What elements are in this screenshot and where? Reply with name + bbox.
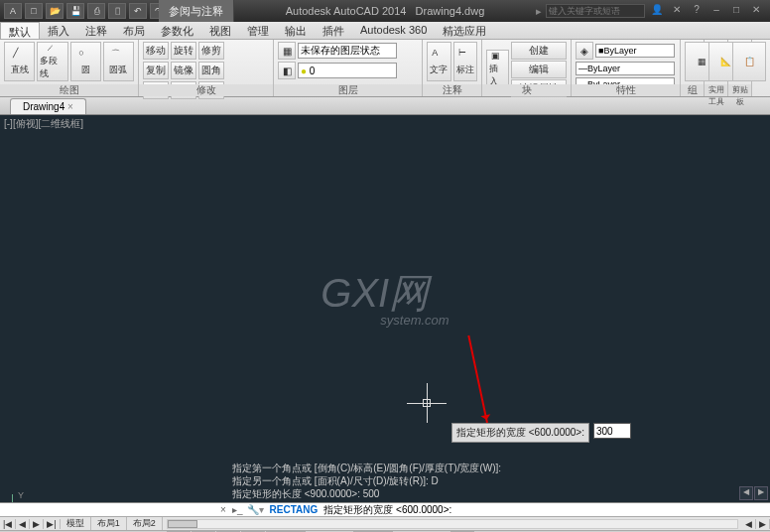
trim-button[interactable]: 修剪 [198,42,224,60]
move-button[interactable]: 移动 [143,42,169,60]
open-icon[interactable]: 📂 [46,3,64,19]
nav-buttons: ◀ ▶ [739,486,768,500]
tab-annotate[interactable]: 注释 [77,22,115,39]
close-icon[interactable]: ✕ [748,4,764,18]
tab-default[interactable]: 默认 [0,22,40,39]
tab-parametric[interactable]: 参数化 [153,22,201,39]
info-icon[interactable]: ▸ [536,5,542,18]
tab-plugins[interactable]: 插件 [315,22,352,39]
layout-first-icon[interactable]: |◀ [0,519,16,529]
maximize-icon[interactable]: □ [728,4,744,18]
hscroll-track[interactable] [167,519,738,529]
saveas-icon[interactable]: ⎙ [87,3,105,19]
layout-next-icon[interactable]: ▶ [30,519,44,529]
nav-right-icon[interactable]: ▶ [754,486,768,500]
tab-manage[interactable]: 管理 [239,22,277,39]
copy-button[interactable]: 复制 [143,62,169,79]
history-line: 指定另一个角点或 [面积(A)/尺寸(D)/旋转(R)]: D [232,474,501,487]
panel-properties: ◈■ ByLayer — ByLayer — ByLayer 特性 [572,40,681,96]
panel-label[interactable]: 块 [482,84,571,96]
btn-label: 修剪 [201,44,221,58]
panel-block: ▣插入 创建 编辑 编辑属性 块 [482,40,572,96]
line-button[interactable]: ╱直线 [4,42,35,81]
btn-label: 创建 [529,44,549,58]
new-icon[interactable]: □ [25,3,43,19]
watermark: GXI网 system.com [321,266,449,328]
panel-label[interactable]: 注释 [423,84,481,96]
command-line[interactable]: × ▸_ 🔧▾ RECTANG 指定矩形的宽度 <600.0000>: [0,502,770,516]
layout-tabs: |◀ ◀ ▶ ▶| 模型 布局1 布局2 ◀ ▶ [0,516,770,530]
command-history: 指定第一个角点或 [倒角(C)/标高(E)/圆角(F)/厚度(T)/宽度(W)]… [232,462,501,500]
panel-label[interactable]: 绘图 [0,84,138,96]
close-tab-icon[interactable]: × [67,101,73,112]
file-tabs: Drawing4 × [0,97,770,115]
panel-label[interactable]: 实用工具 [705,84,727,96]
app-menu-button[interactable]: A [4,3,22,19]
layout-prev-icon[interactable]: ◀ [16,519,30,529]
ucs-y-label: Y [18,490,24,500]
layer-icon[interactable]: ▦ [278,42,296,60]
help-icon[interactable]: ? [689,4,705,18]
model-tab[interactable]: 模型 [61,517,91,530]
layout-last-icon[interactable]: ▶| [44,519,60,529]
exchange-icon[interactable]: ✕ [669,4,685,18]
create-block-button[interactable]: 创建 [511,42,567,60]
rotate-button[interactable]: 旋转 [171,42,196,60]
lineweight-combo[interactable]: — ByLayer [576,62,675,75]
color-combo[interactable]: ■ ByLayer [595,44,675,58]
arc-icon: ⌒ [111,48,125,62]
tab-view[interactable]: 视图 [201,22,239,39]
insert-button[interactable]: ▣插入 [486,50,509,89]
tab-insert[interactable]: 插入 [40,22,77,39]
layer-state-combo[interactable]: 未保存的图层状态 [298,43,397,59]
btn-label: 复制 [146,64,166,77]
signin-icon[interactable]: 👤 [649,4,665,18]
tab-a360[interactable]: Autodesk 360 [352,22,435,39]
viewport-label[interactable]: [-][俯视][二维线框] [4,117,83,131]
panel-modify: 移动 旋转 修剪 复制 镜像 圆角 拉伸 缩放 阵列 修改 [139,40,274,96]
tab-layout[interactable]: 布局 [115,22,153,39]
hscroll-thumb[interactable] [168,520,197,528]
save-icon[interactable]: 💾 [66,3,84,19]
plot-icon[interactable]: ⌷ [108,3,126,19]
fillet-button[interactable]: 圆角 [198,62,224,79]
cmdline-chevron-icon: 🔧▾ [247,504,264,515]
dimension-button[interactable]: ⊢标注 [453,42,478,81]
panel-label[interactable]: 组 [681,84,704,96]
dynamic-input-field[interactable] [593,423,631,439]
hscroll-right-icon[interactable]: ▶ [756,519,770,529]
nav-left-icon[interactable]: ◀ [739,486,753,500]
btn-label: 镜像 [174,64,193,77]
file-tab[interactable]: Drawing4 × [10,98,86,114]
arc-button[interactable]: ⌒圆弧 [103,42,134,81]
circle-button[interactable]: ○圆 [70,42,101,81]
annotation-arrow [467,335,488,423]
contextual-tab[interactable]: 参阅与注释 [159,0,234,22]
layout1-tab[interactable]: 布局1 [91,517,127,530]
panel-label[interactable]: 修改 [139,84,273,96]
panel-label[interactable]: 剪贴板 [728,84,751,96]
undo-icon[interactable]: ↶ [129,3,147,19]
edit-block-button[interactable]: 编辑 [511,61,567,78]
help-search-input[interactable] [546,4,645,18]
panel-label[interactable]: 特性 [572,84,680,96]
hscroll-left-icon[interactable]: ◀ [742,519,756,529]
match-props-button[interactable]: ◈ [576,42,593,60]
dynamic-prompt-label: 指定矩形的宽度 <600.0000>: [451,423,589,443]
polyline-button[interactable]: ⟋多段线 [37,42,67,81]
text-button[interactable]: A文字 [427,42,451,81]
paste-button[interactable]: 📋 [732,42,766,81]
layout2-tab[interactable]: 布局2 [127,517,163,530]
layer-combo[interactable]: ● 0 [298,63,397,78]
cmdline-close-icon[interactable]: × [220,504,226,515]
tab-output[interactable]: 输出 [277,22,315,39]
drawing-area[interactable]: [-][俯视][二维线框] GXI网 system.com 指定矩形的宽度 <6… [0,115,770,502]
tab-featured[interactable]: 精选应用 [435,22,494,39]
btn-label: 圆角 [201,64,221,77]
btn-label: 文字 [430,64,448,76]
panel-label[interactable]: 图层 [274,84,422,96]
title-text: Autodesk AutoCAD 2014 Drawing4.dwg [286,5,485,17]
layer-props-button[interactable]: ◧ [278,62,296,79]
mirror-button[interactable]: 镜像 [171,62,196,79]
minimize-icon[interactable]: – [708,4,724,18]
